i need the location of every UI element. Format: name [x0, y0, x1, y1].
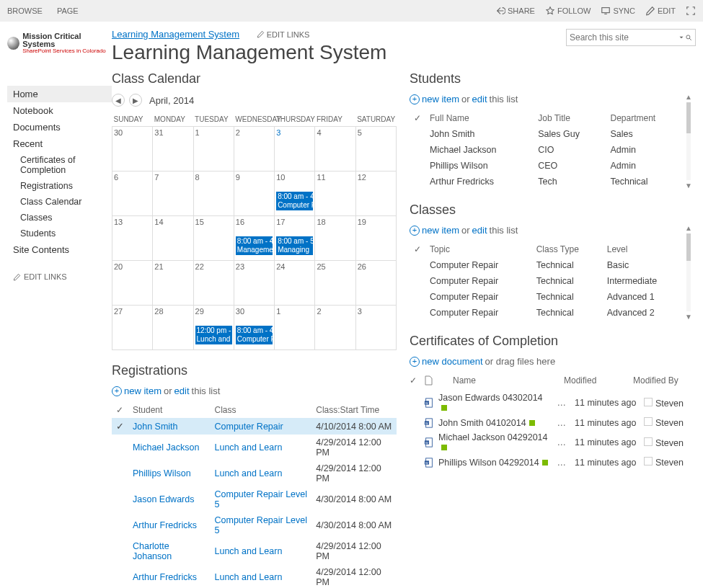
edit-links-nav[interactable]: EDIT LINKS — [7, 272, 112, 281]
scrollbar[interactable]: ▲▼ — [685, 93, 692, 190]
calendar-grid[interactable]: SUNDAYMONDAYTUESDAYWEDNESDAYTHURSDAYFRID… — [112, 112, 397, 350]
site-logo[interactable]: Mission Critical SystemsSharePoint Servi… — [7, 29, 112, 64]
table-row[interactable]: Michael JacksonCIOAdmin — [410, 142, 684, 158]
calendar-cell[interactable]: 5 — [355, 127, 396, 172]
calendar-cell[interactable]: 6 — [112, 172, 153, 216]
nav-item[interactable]: Site Contents — [7, 241, 112, 258]
plus-icon[interactable]: + — [410, 226, 420, 236]
calendar-cell[interactable]: 2 — [315, 306, 355, 350]
calendar-cell[interactable]: 27 — [112, 306, 153, 350]
edit-links-top[interactable]: EDIT LINKS — [257, 30, 310, 39]
scrollbar[interactable]: ▲▼ — [685, 224, 692, 321]
table-row[interactable]: Computer RepairTechnicalIntermediate — [410, 273, 684, 289]
nav-item[interactable]: Recent — [7, 135, 112, 152]
edit-button[interactable]: EDIT — [645, 6, 676, 16]
calendar-cell[interactable]: 2 — [234, 127, 274, 172]
table-row[interactable]: Arthur FredricksTechTechnical — [410, 174, 684, 190]
row-check[interactable] — [112, 460, 128, 486]
column-header[interactable]: Topic — [425, 241, 532, 257]
row-check[interactable] — [410, 273, 425, 289]
row-check[interactable] — [112, 486, 128, 512]
new-document-link[interactable]: new document — [422, 356, 483, 367]
calendar-cell[interactable]: 21 — [153, 261, 193, 306]
item-menu-button[interactable]: … — [553, 437, 571, 447]
row-check[interactable] — [410, 174, 425, 190]
row-check[interactable]: ✓ — [112, 418, 128, 435]
calendar-cell[interactable]: 23 — [234, 261, 274, 306]
table-row[interactable]: John SmithSales GuySales — [410, 126, 684, 142]
column-header[interactable]: Student — [128, 402, 211, 418]
cell[interactable]: Computer Repair Level 5 — [211, 486, 312, 512]
column-header[interactable]: Class Type — [532, 241, 603, 257]
table-row[interactable]: Phillips WilsonLunch and Learn4/29/2014 … — [112, 460, 397, 486]
row-check[interactable] — [112, 564, 128, 588]
cell[interactable]: Lunch and Learn — [211, 538, 312, 564]
table-row[interactable]: Arthur FredricksLunch and Learn4/29/2014… — [112, 564, 397, 588]
document-name[interactable]: John Smith 04102014 — [438, 418, 549, 428]
table-row[interactable]: Computer RepairTechnicalAdvanced 2 — [410, 305, 684, 321]
breadcrumb[interactable]: Learning Management System — [112, 29, 239, 40]
search-box[interactable] — [566, 29, 696, 46]
table-row[interactable]: Michael JacksonLunch and Learn4/29/2014 … — [112, 435, 397, 460]
row-check[interactable] — [410, 289, 425, 305]
calendar-cell[interactable]: 14 — [153, 216, 193, 261]
calendar-cell[interactable]: 1 — [193, 127, 234, 172]
calendar-cell[interactable]: 20 — [112, 261, 153, 306]
search-icon[interactable] — [685, 32, 692, 43]
nav-item[interactable]: Certificates of Completion — [7, 152, 112, 178]
table-row[interactable]: Charlotte JohansonLunch and Learn4/29/20… — [112, 538, 397, 564]
follow-button[interactable]: FOLLOW — [545, 6, 591, 16]
table-row[interactable]: Jason EdwardsComputer Repair Level 54/30… — [112, 486, 397, 512]
calendar-cell[interactable]: 1 — [275, 306, 315, 350]
calendar-cell[interactable]: 2912:00 pm -Lunch and L — [193, 306, 234, 350]
nav-item[interactable]: Registrations — [7, 178, 112, 194]
calendar-cell[interactable]: 9 — [234, 172, 274, 216]
document-name[interactable]: Michael Jackson 04292014 — [438, 432, 549, 453]
new-item-link[interactable]: new item — [422, 94, 459, 104]
row-check[interactable] — [410, 257, 425, 273]
plus-icon[interactable]: + — [410, 94, 420, 104]
cell[interactable]: Arthur Fredricks — [128, 564, 211, 588]
document-row[interactable]: WPhillips Wilson 04292014…11 minutes ago… — [410, 455, 684, 470]
nav-item[interactable]: Documents — [7, 119, 112, 135]
table-row[interactable]: Phillips WilsonCEOAdmin — [410, 158, 684, 174]
nav-item[interactable]: Class Calendar — [7, 194, 112, 210]
calendar-cell[interactable]: 26 — [355, 261, 396, 306]
cell[interactable]: John Smith — [128, 418, 211, 435]
calendar-next-button[interactable]: ▶ — [129, 94, 142, 107]
row-check[interactable] — [410, 126, 425, 142]
calendar-event[interactable]: 8:00 am - 5:Managing — [276, 236, 313, 255]
row-check[interactable] — [112, 538, 128, 564]
calendar-event[interactable]: 8:00 am - 4:0Computer Re — [236, 326, 273, 344]
cell[interactable]: Computer Repair — [211, 418, 312, 435]
nav-item[interactable]: Students — [7, 226, 112, 241]
document-name[interactable]: Phillips Wilson 04292014 — [438, 458, 549, 468]
column-header[interactable]: Class — [211, 402, 312, 418]
row-check[interactable] — [410, 305, 425, 321]
nav-item[interactable]: Classes — [7, 210, 112, 226]
calendar-cell[interactable]: 31 — [153, 127, 193, 172]
calendar-event[interactable]: 8:00 am - 4:Computer R — [276, 192, 313, 210]
calendar-cell[interactable]: 108:00 am - 4:Computer R — [275, 172, 315, 216]
item-menu-button[interactable]: … — [553, 398, 571, 408]
column-header[interactable]: Class:Start Time — [311, 402, 397, 418]
row-check[interactable] — [410, 142, 425, 158]
item-menu-button[interactable]: … — [553, 418, 571, 428]
calendar-cell[interactable]: 28 — [153, 306, 193, 350]
cell[interactable]: Lunch and Learn — [211, 564, 312, 588]
calendar-cell[interactable]: 178:00 am - 5:Managing — [275, 216, 315, 261]
select-all[interactable]: ✓ — [410, 241, 425, 257]
cell[interactable]: Michael Jackson — [128, 435, 211, 460]
calendar-cell[interactable]: 22 — [193, 261, 234, 306]
calendar-cell[interactable]: 3 — [355, 306, 396, 350]
calendar-event[interactable]: 8:00 am - 4:0Management — [236, 236, 273, 255]
calendar-cell[interactable]: 19 — [355, 216, 396, 261]
calendar-prev-button[interactable]: ◀ — [112, 94, 125, 107]
calendar-cell[interactable]: 15 — [193, 216, 234, 261]
table-row[interactable]: Computer RepairTechnicalAdvanced 1 — [410, 289, 684, 305]
calendar-cell[interactable]: 12 — [355, 172, 396, 216]
document-row[interactable]: WJason Edwards 04302014…11 minutes agoSt… — [410, 391, 684, 415]
document-name[interactable]: Jason Edwards 04302014 — [438, 393, 549, 413]
nav-item[interactable]: Home — [7, 86, 112, 102]
select-all[interactable]: ✓ — [410, 110, 425, 126]
